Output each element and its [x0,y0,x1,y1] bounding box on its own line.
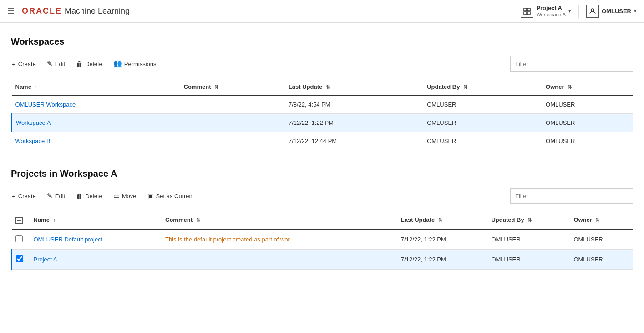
workspace-name-link[interactable]: Workspace A [16,119,51,126]
workspaces-col-updated-by[interactable]: Updated By ⇅ [423,79,542,95]
svg-rect-3 [527,12,530,15]
projects-header-row: Name ↑ Comment ⇅ Last Update ⇅ Updated B… [12,211,634,229]
projects-edit-button[interactable]: ✎ Edit [46,190,66,202]
projects-edit-label: Edit [55,193,65,200]
header-divider [578,5,579,18]
hamburger-menu-icon[interactable]: ☰ [7,6,15,16]
updated-by-sort-icon: ⇅ [463,84,467,90]
projects-table: Name ↑ Comment ⇅ Last Update ⇅ Updated B… [11,211,633,270]
workspaces-col-comment[interactable]: Comment ⇅ [180,79,285,95]
table-row[interactable]: Workspace B7/12/22, 12:44 PMOMLUSEROMLUS… [12,132,634,150]
project-icon [521,5,533,18]
project-updated-by-cell: OMLUSER [487,229,570,250]
projects-create-button[interactable]: + Create [11,190,37,202]
projects-updated-by-sort-icon: ⇅ [527,217,532,223]
project-owner-cell: OMLUSER [570,229,633,250]
workspace-name-link[interactable]: Workspace B [15,138,51,144]
workspace-name-cell: Workspace B [12,132,180,150]
workspaces-table-header: Name ↑ Comment ⇅ Last Update ⇅ Updated B… [12,79,634,95]
project-name-link[interactable]: Project A [34,256,57,263]
owner-sort-icon: ⇅ [568,84,572,90]
projects-create-label: Create [18,193,36,200]
projects-col-updated-by[interactable]: Updated By ⇅ [487,211,570,229]
workspaces-table-body: OMLUSER Workspace7/8/22, 4:54 PMOMLUSERO… [12,95,634,150]
workspaces-create-button[interactable]: + Create [11,58,37,70]
workspace-owner-cell: OMLUSER [542,132,633,150]
projects-toolbar: + Create ✎ Edit 🗑 Delete ▭ Move ▣ Set as… [11,188,633,204]
projects-owner-sort-icon: ⇅ [595,217,599,223]
workspaces-edit-button[interactable]: ✎ Edit [46,58,66,70]
workspace-comment-cell [180,95,285,114]
project-name-link[interactable]: OMLUSER Default project [34,236,103,243]
projects-col-comment[interactable]: Comment ⇅ [162,211,397,229]
project-owner-cell: OMLUSER [570,250,633,270]
workspaces-header-row: Name ↑ Comment ⇅ Last Update ⇅ Updated B… [12,79,634,95]
svg-rect-2 [524,12,527,15]
project-updated-by-cell: OMLUSER [487,250,570,270]
projects-filter-input[interactable] [510,188,633,204]
project-name: Project A [536,5,566,12]
oracle-logo-text: ORACLE [22,6,62,16]
projects-move-label: Move [122,193,137,200]
ml-logo-text: Machine Learning [65,6,130,16]
projects-delete-icon: 🗑 [76,192,83,200]
workspaces-section: Workspaces + Create ✎ Edit 🗑 Delete 👥 Pe… [11,36,633,150]
projects-table-body: OMLUSER Default projectThis is the defau… [12,229,634,270]
project-selector[interactable]: Project A Workspace A ▾ [521,5,571,18]
select-all-checkbox[interactable] [15,217,23,224]
project-comment-cell [162,250,397,270]
workspace-owner-cell: OMLUSER [542,114,633,132]
workspace-comment-cell [180,132,285,150]
workspaces-permissions-label: Permissions [124,61,157,67]
workspace-updated-by-cell: OMLUSER [423,132,542,150]
projects-name-sort-icon: ↑ [53,217,56,223]
table-row[interactable]: Workspace A7/12/22, 1:22 PMOMLUSEROMLUSE… [12,114,634,132]
workspace-comment-cell [180,114,285,132]
workspace-owner-cell: OMLUSER [542,95,633,114]
workspaces-col-last-update[interactable]: Last Update ⇅ [285,79,423,95]
table-row[interactable]: OMLUSER Default projectThis is the defau… [12,229,634,250]
projects-delete-label: Delete [85,193,102,200]
main-content: Workspaces + Create ✎ Edit 🗑 Delete 👥 Pe… [0,23,644,302]
workspaces-table: Name ↑ Comment ⇅ Last Update ⇅ Updated B… [11,79,633,150]
workspace-name-link[interactable]: OMLUSER Workspace [15,101,76,108]
workspace-last-update-cell: 7/12/22, 12:44 PM [285,132,423,150]
workspace-name-cell: Workspace A [12,114,180,132]
project-comment-cell: This is the default project created as p… [162,229,397,250]
comment-sort-icon: ⇅ [214,84,218,90]
workspaces-col-owner[interactable]: Owner ⇅ [542,79,633,95]
workspaces-delete-button[interactable]: 🗑 Delete [75,58,103,70]
name-sort-icon: ↑ [35,84,38,90]
workspaces-toolbar: + Create ✎ Edit 🗑 Delete 👥 Permissions [11,56,633,72]
project-name-cell: OMLUSER Default project [30,229,162,250]
projects-delete-button[interactable]: 🗑 Delete [75,190,103,202]
projects-set-current-button[interactable]: ▣ Set as Current [147,190,195,202]
projects-set-current-icon: ▣ [147,192,154,200]
workspaces-col-name[interactable]: Name ↑ [12,79,180,95]
app-logo: ORACLE Machine Learning [22,6,130,16]
project-checkbox[interactable] [15,235,23,242]
workspaces-delete-label: Delete [85,61,102,67]
project-checkbox[interactable] [16,255,23,262]
table-row[interactable]: Project A7/12/22, 1:22 PMOMLUSEROMLUSER [12,250,634,270]
svg-point-4 [591,9,594,11]
projects-col-select-all[interactable] [12,211,30,229]
projects-col-last-update[interactable]: Last Update ⇅ [397,211,488,229]
project-checkbox-cell [12,229,30,250]
projects-section: Projects in Workspace A + Create ✎ Edit … [11,169,633,270]
projects-set-current-label: Set as Current [156,193,194,200]
workspace-last-update-cell: 7/8/22, 4:54 PM [285,95,423,114]
projects-col-owner[interactable]: Owner ⇅ [570,211,633,229]
workspaces-permissions-button[interactable]: 👥 Permissions [112,58,157,70]
workspaces-filter-input[interactable] [510,56,633,72]
user-menu[interactable]: OMLUSER ▾ [586,5,637,18]
workspaces-create-label: Create [18,61,36,67]
svg-rect-0 [524,8,527,11]
projects-move-button[interactable]: ▭ Move [112,190,137,202]
projects-move-icon: ▭ [113,192,120,200]
project-chevron-down-icon: ▾ [568,8,571,14]
table-row[interactable]: OMLUSER Workspace7/8/22, 4:54 PMOMLUSERO… [12,95,634,114]
projects-col-name[interactable]: Name ↑ [30,211,162,229]
projects-filter-container [510,188,633,204]
project-checkbox-cell [12,250,30,270]
